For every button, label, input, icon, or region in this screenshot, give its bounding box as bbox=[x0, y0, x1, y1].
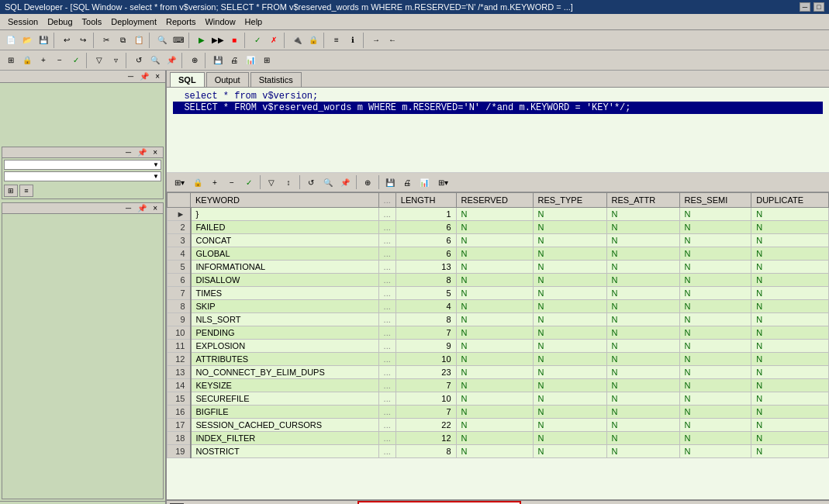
print-btn[interactable]: 🖨 bbox=[226, 53, 242, 68]
tab-output[interactable]: Output bbox=[206, 72, 249, 87]
q-del-btn[interactable]: − bbox=[224, 174, 240, 190]
cell-res-type: N bbox=[533, 419, 606, 432]
disconnect-btn[interactable]: 🔒 bbox=[306, 33, 321, 48]
undo-btn[interactable]: ↩ bbox=[59, 33, 74, 48]
cell-keyword: } bbox=[191, 208, 379, 221]
q-sort-btn[interactable]: ↕ bbox=[281, 174, 296, 190]
filter2-btn[interactable]: ▿ bbox=[108, 53, 123, 68]
q-search-btn[interactable]: 🔍 bbox=[320, 174, 336, 190]
new-btn[interactable]: 📄 bbox=[3, 33, 19, 48]
icon-btn1[interactable]: ⊞ bbox=[4, 185, 18, 197]
info-btn[interactable]: ℹ bbox=[345, 33, 361, 48]
cell-res-attr: N bbox=[606, 406, 679, 419]
col-keyword[interactable]: KEYWORD bbox=[191, 193, 379, 208]
pin2-btn[interactable]: ⊕ bbox=[187, 53, 202, 68]
run-btn[interactable]: ▶ bbox=[194, 33, 209, 48]
col-reserved[interactable]: RESERVED bbox=[456, 193, 533, 208]
sub-panel1: ─ 📌 × ▼ ▼ ⊞ ≡ bbox=[2, 147, 164, 199]
cell-res-type: N bbox=[533, 208, 606, 221]
table-row: 11 EXPLOSION ... 9 N N N N N bbox=[168, 340, 829, 353]
refresh-btn[interactable]: ↺ bbox=[131, 53, 147, 68]
panel-min-btn[interactable]: ─ bbox=[126, 72, 136, 81]
menu-deployment[interactable]: Deployment bbox=[106, 16, 161, 28]
plus-btn[interactable]: + bbox=[36, 53, 51, 68]
combo2[interactable]: ▼ bbox=[4, 171, 161, 181]
icon-btn2[interactable]: ≡ bbox=[19, 185, 33, 197]
tab-sql[interactable]: SQL bbox=[170, 72, 205, 87]
cell-reserved: N bbox=[456, 261, 533, 274]
prev-btn[interactable]: ← bbox=[385, 33, 400, 48]
next-btn[interactable]: → bbox=[368, 33, 384, 48]
cell-keyword: SECUREFILE bbox=[191, 392, 379, 406]
results-area[interactable]: KEYWORD ... LENGTH RESERVED RES_TYPE RES… bbox=[167, 192, 829, 499]
menu-session[interactable]: Session bbox=[3, 16, 43, 28]
tick-btn[interactable]: ✓ bbox=[68, 53, 84, 68]
table-row: 10 PENDING ... 7 N N N N N bbox=[168, 326, 829, 340]
menu-reports[interactable]: Reports bbox=[161, 16, 201, 28]
minus-btn[interactable]: − bbox=[52, 53, 67, 68]
q-check-btn[interactable]: ✓ bbox=[241, 174, 257, 190]
copy-btn[interactable]: ⧉ bbox=[115, 33, 130, 48]
run-script-btn[interactable]: ▶▶ bbox=[210, 33, 226, 48]
q-pin-btn[interactable]: 📌 bbox=[337, 174, 353, 190]
open-btn[interactable]: 📂 bbox=[19, 33, 35, 48]
q-attach-btn[interactable]: ⊕ bbox=[360, 174, 375, 190]
col-res-attr[interactable]: RES_ATTR bbox=[606, 193, 679, 208]
grid-btn[interactable]: ⊞ bbox=[3, 53, 19, 68]
sub-panel2-min[interactable]: ─ bbox=[123, 204, 133, 212]
menu-debug[interactable]: Debug bbox=[43, 16, 77, 28]
filter-btn[interactable]: ▽ bbox=[92, 53, 107, 68]
sub-panel1-close[interactable]: × bbox=[150, 148, 160, 157]
menu-tools[interactable]: Tools bbox=[78, 16, 107, 28]
commit-btn[interactable]: ✓ bbox=[250, 33, 265, 48]
q-table2-btn[interactable]: ⊞▾ bbox=[433, 174, 452, 190]
table-row: 5 INFORMATIONAL ... 13 N N N N N bbox=[168, 261, 829, 274]
cell-reserved: N bbox=[456, 406, 533, 419]
save-btn[interactable]: 💾 bbox=[36, 33, 51, 48]
q-save-btn[interactable]: 💾 bbox=[382, 174, 398, 190]
cell-duplicate: N bbox=[751, 287, 829, 300]
redo-btn[interactable]: ↪ bbox=[75, 33, 91, 48]
q-add-btn[interactable]: + bbox=[207, 174, 223, 190]
search-btn2[interactable]: 🔍 bbox=[147, 53, 163, 68]
lock-btn[interactable]: 🔒 bbox=[19, 53, 35, 68]
q-lock-btn[interactable]: 🔒 bbox=[190, 174, 206, 190]
panel-close-btn[interactable]: × bbox=[153, 72, 162, 81]
col-res-type[interactable]: RES_TYPE bbox=[533, 193, 606, 208]
col-duplicate[interactable]: DUPLICATE bbox=[751, 193, 829, 208]
table-body: ► } ... 1 N N N N N 2 FAILED ... 6 N N N… bbox=[168, 208, 829, 458]
q-refresh-btn[interactable]: ↺ bbox=[303, 174, 319, 190]
restore-button[interactable]: □ bbox=[813, 2, 824, 12]
menu-window[interactable]: Window bbox=[200, 16, 240, 28]
find-btn[interactable]: 🔍 bbox=[154, 33, 170, 48]
q-chart-btn[interactable]: 📊 bbox=[416, 174, 432, 190]
tab-statistics[interactable]: Statistics bbox=[250, 72, 302, 87]
table-btn[interactable]: ⊞ bbox=[259, 53, 275, 68]
sql-editor[interactable]: select * from v$version; SELECT * FROM v… bbox=[167, 88, 829, 173]
menu-help[interactable]: Help bbox=[240, 16, 268, 28]
format-btn[interactable]: ≡ bbox=[329, 33, 344, 48]
q-grid-btn[interactable]: ⊞▾ bbox=[170, 174, 188, 190]
q-filter-btn[interactable]: ▽ bbox=[264, 174, 279, 190]
panel-pin-btn[interactable]: 📌 bbox=[137, 72, 151, 81]
chart-btn[interactable]: 📊 bbox=[243, 53, 258, 68]
col-res-semi[interactable]: RES_SEMI bbox=[679, 193, 751, 208]
table-row: 2 FAILED ... 6 N N N N N bbox=[168, 221, 829, 234]
sub-panel2-pin[interactable]: 📌 bbox=[135, 204, 149, 212]
connect-btn[interactable]: 🔌 bbox=[289, 33, 305, 48]
paste-btn[interactable]: 📋 bbox=[131, 33, 147, 48]
q-print-btn[interactable]: 🖨 bbox=[399, 174, 415, 190]
combo1[interactable]: ▼ bbox=[4, 160, 161, 170]
sub-panel2-close[interactable]: × bbox=[150, 204, 160, 212]
col-length[interactable]: LENGTH bbox=[396, 193, 456, 208]
minimize-button[interactable]: ─ bbox=[800, 2, 810, 12]
replace-btn[interactable]: ⌨ bbox=[171, 33, 186, 48]
cut-btn[interactable]: ✂ bbox=[98, 33, 114, 48]
export-btn[interactable]: 💾 bbox=[210, 53, 226, 68]
stop-btn[interactable]: ■ bbox=[226, 33, 242, 48]
sub-panel1-pin[interactable]: 📌 bbox=[135, 148, 149, 157]
sub-panel1-min[interactable]: ─ bbox=[123, 148, 133, 157]
pin-btn[interactable]: 📌 bbox=[164, 53, 179, 68]
cell-length: 7 bbox=[396, 326, 456, 340]
rollback-btn[interactable]: ✗ bbox=[266, 33, 282, 48]
